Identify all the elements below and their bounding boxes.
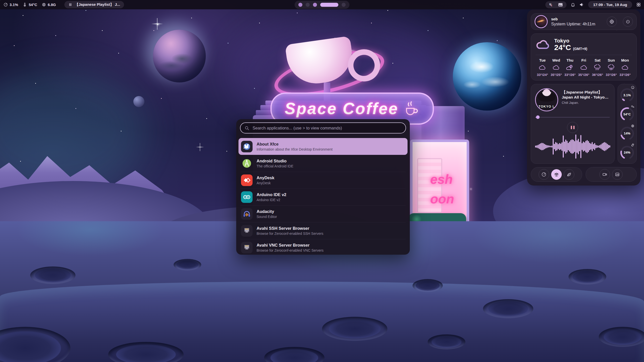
waveform-bar <box>535 146 536 148</box>
app-row-about-xfce[interactable]: About Xfce Information about the Xfce De… <box>238 138 408 155</box>
waveform-bar <box>550 146 551 147</box>
waveform-bar <box>559 143 560 150</box>
speedometer-icon <box>630 85 635 90</box>
workspace-dot-4[interactable] <box>320 3 338 7</box>
waveform-bar <box>561 142 562 151</box>
waveform-bar <box>594 143 595 150</box>
waveform-bar <box>606 143 607 150</box>
workspace-dot-3[interactable] <box>313 3 317 7</box>
waveform-bar <box>569 142 570 152</box>
waveform-bar <box>604 142 605 151</box>
waveform-bar <box>575 134 576 159</box>
weather-widget: Tokyo 24°C (GMT+9) Tue 33°/24° Wed <box>531 33 637 80</box>
desktop: Space Coffee esh oon ans <box>0 0 644 362</box>
temperature-stat: 54°C <box>23 3 37 7</box>
tray-uc-app-icon[interactable]: U c <box>549 3 553 7</box>
forecast-day: Sat 36°/26° <box>591 58 605 77</box>
waveform-bar <box>582 143 583 150</box>
app-row-arduino[interactable]: Arduino IDE v2 Arduino IDE v2 <box>238 189 408 205</box>
xfce-logo-icon <box>241 141 253 152</box>
disk-icon <box>630 143 635 147</box>
search-icon <box>245 126 249 130</box>
app-row-anydesk[interactable]: AnyDesk AnyDesk <box>238 172 408 189</box>
waveform-bar <box>588 141 589 152</box>
waveform-bar <box>570 140 571 153</box>
leaf-icon <box>567 172 572 177</box>
network-port-icon <box>241 242 253 253</box>
tray-wallpaper-icon[interactable] <box>558 3 563 7</box>
performance-profile-button[interactable] <box>539 169 549 180</box>
app-row-avahi-vnc[interactable]: Avahi VNC Server Browser Browse for Zero… <box>238 239 408 255</box>
waveform-bar <box>546 145 547 148</box>
system-monitor-widget: 3.1% 54°C 14% <box>618 84 637 164</box>
bright-star <box>196 143 204 151</box>
app-results-list: About Xfce Information about the Xfce De… <box>236 136 410 255</box>
waveform-bar <box>609 145 610 148</box>
waveform-bar <box>548 145 549 148</box>
memory-stat: 6.8G <box>42 3 56 7</box>
top-panel: 3.1% 54°C 6.8G 【Japanese Playlist】 J <box>0 0 644 9</box>
clock[interactable]: 17:09 - Tue, 19 Aug <box>588 1 632 8</box>
music-player-widget: TOKYO L 【Japanese Playlist】 Japan All Ni… <box>531 84 615 164</box>
anydesk-icon <box>241 174 253 186</box>
waveform-bar <box>597 145 598 148</box>
divider <box>536 55 632 55</box>
waveform-bar <box>600 144 601 149</box>
waveform-bar <box>599 145 600 148</box>
cpu-gauge: 3.1% <box>619 87 635 103</box>
workspace-dot-2[interactable] <box>306 3 310 7</box>
waveform-bar <box>607 144 608 149</box>
gear-icon <box>609 19 614 24</box>
username: seb <box>551 17 595 21</box>
waveform-bar <box>544 144 545 149</box>
app-grid-icon[interactable] <box>636 2 641 7</box>
forecast-day: Fri 35°/26° <box>577 58 591 77</box>
audio-waveform <box>535 133 610 159</box>
speedometer-icon <box>4 3 8 7</box>
workspace-indicator[interactable] <box>295 1 349 9</box>
settings-button[interactable] <box>607 17 617 27</box>
system-uptime: System Uptime: 4h11m <box>551 22 595 27</box>
neon-cup-icon <box>402 100 420 117</box>
waveform-bar <box>602 143 603 150</box>
search-input[interactable] <box>252 125 401 131</box>
user-avatar <box>535 15 548 28</box>
cloud-icon <box>536 39 550 50</box>
waveform-bar <box>556 143 557 150</box>
waveform-bar <box>540 143 541 150</box>
waveform-bar <box>549 146 550 147</box>
search-bar[interactable] <box>240 122 406 133</box>
waveform-bar <box>568 143 569 150</box>
workspace-dot-5[interactable] <box>342 3 346 7</box>
app-row-android-studio[interactable]: Android Studio The official Android IDE <box>238 155 408 172</box>
media-player-pill[interactable]: 【Japanese Playlist】 J... <box>64 1 124 8</box>
forecast-row: Tue 33°/24° Wed 35°/25° Thu 33°/26° Fri <box>536 58 632 77</box>
thermometer-icon <box>630 104 635 109</box>
network-port-icon <box>241 225 253 237</box>
album-art: TOKYO L <box>535 88 558 111</box>
workspace-dot-1[interactable] <box>298 3 302 7</box>
waveform-bar <box>598 146 599 148</box>
volume-icon[interactable] <box>579 2 584 7</box>
waveform-bar <box>536 145 537 148</box>
waveform-bar <box>592 142 593 151</box>
app-row-avahi-ssh[interactable]: Avahi SSH Server Browser Browse for Zero… <box>238 222 408 239</box>
speedometer-icon <box>541 172 546 177</box>
power-button[interactable] <box>623 17 633 27</box>
waveform-bar <box>554 144 555 149</box>
screen-record-button[interactable] <box>599 169 610 180</box>
waveform-bar <box>579 142 580 151</box>
powersave-profile-button[interactable] <box>564 169 574 180</box>
balanced-profile-button[interactable] <box>551 169 562 180</box>
screenshot-button[interactable] <box>612 169 623 180</box>
waveform-bar <box>595 145 596 148</box>
play-pause-button[interactable] <box>567 122 578 133</box>
waveform-bar <box>558 144 559 149</box>
waveform-bar <box>541 143 542 150</box>
notifications-bell-icon[interactable] <box>571 2 575 7</box>
app-row-audacity[interactable]: Audacity Sound Editor <box>238 205 408 222</box>
seek-bar[interactable] <box>536 115 610 119</box>
neon-sign-text: Space Coffee <box>285 99 398 118</box>
window-neon-word: oon <box>430 191 454 206</box>
waveform-bar <box>578 139 579 154</box>
